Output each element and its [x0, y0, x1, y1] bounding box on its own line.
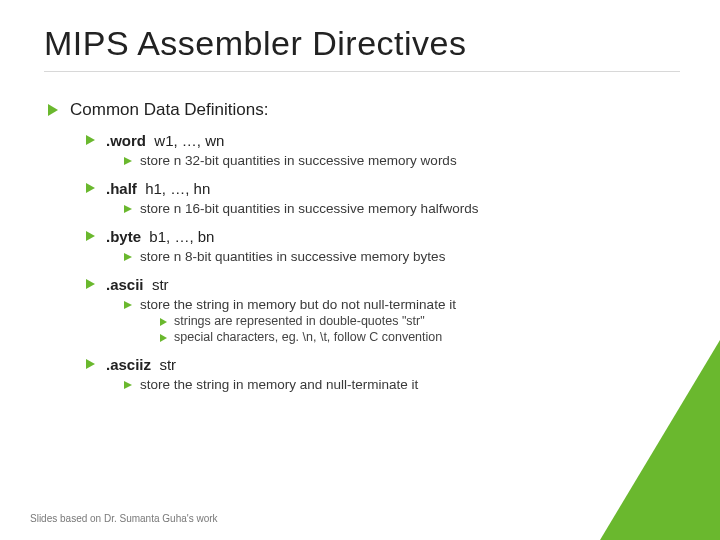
list-item: store the string in memory and null-term… [122, 377, 680, 392]
directive-name: .word [106, 132, 146, 149]
list-item: .ascii str store the string in memory bu… [84, 276, 680, 344]
directive-args: w1, …, wn [154, 132, 224, 149]
directive-desc: store the string in memory but do not nu… [140, 297, 456, 312]
list-item: special characters, eg. \n, \t, follow C… [158, 330, 680, 344]
directive-args: str [152, 276, 169, 293]
directive-name: .ascii [106, 276, 144, 293]
directive-name: .half [106, 180, 137, 197]
list-item: .half h1, …, hn store n 16-bit quantitie… [84, 180, 680, 216]
list-item: store n 32-bit quantities in successive … [122, 153, 680, 168]
directive-desc: store the string in memory and null-term… [140, 377, 418, 392]
directive-args: h1, …, hn [145, 180, 210, 197]
directive-name: .asciiz [106, 356, 151, 373]
slide-title: MIPS Assembler Directives [44, 24, 680, 72]
sub-note: special characters, eg. \n, \t, follow C… [174, 330, 442, 344]
list-item: store the string in memory but do not nu… [122, 297, 680, 344]
list-item: store n 8-bit quantities in successive m… [122, 249, 680, 264]
directive-desc: store n 32-bit quantities in successive … [140, 153, 457, 168]
list-item: .word w1, …, wn store n 32-bit quantitie… [84, 132, 680, 168]
list-item: .asciiz str store the string in memory a… [84, 356, 680, 392]
directive-name: .byte [106, 228, 141, 245]
list-item: Common Data Definitions: .word w1, …, wn… [44, 100, 680, 392]
footer-credit: Slides based on Dr. Sumanta Guha's work [30, 513, 218, 524]
section-heading: Common Data Definitions: [70, 100, 268, 119]
directive-args: str [159, 356, 176, 373]
list-item: .byte b1, …, bn store n 8-bit quantities… [84, 228, 680, 264]
directive-args: b1, …, bn [149, 228, 214, 245]
list-item: strings are represented in double-quotes… [158, 314, 680, 328]
list-item: store n 16-bit quantities in successive … [122, 201, 680, 216]
directive-desc: store n 8-bit quantities in successive m… [140, 249, 445, 264]
sub-note: strings are represented in double-quotes… [174, 314, 425, 328]
directive-desc: store n 16-bit quantities in successive … [140, 201, 478, 216]
